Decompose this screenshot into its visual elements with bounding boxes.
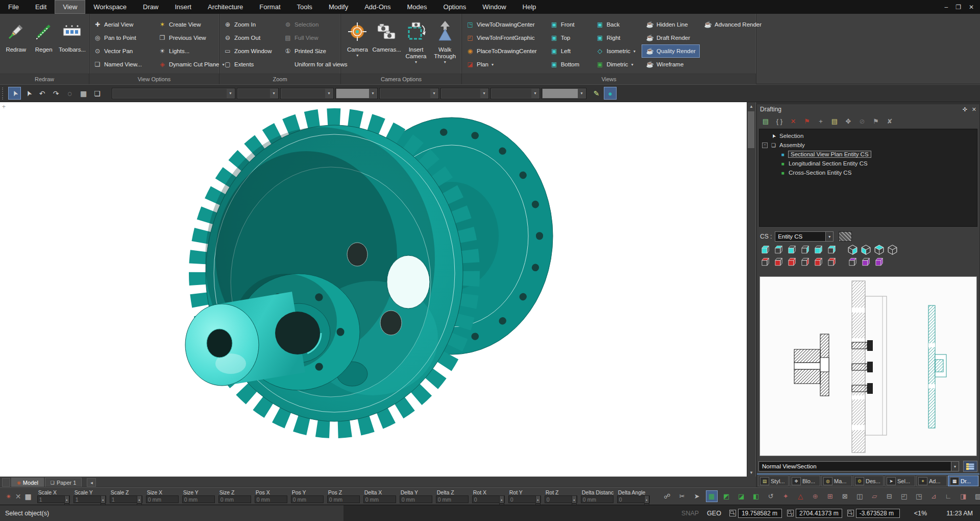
add-view-icon[interactable]: +: [816, 117, 825, 125]
ribbon-button[interactable]: Uniform for all views: [280, 58, 340, 71]
panel-tab[interactable]: ✦Ad...: [916, 476, 947, 486]
toolbars-button[interactable]: Toolbars...: [59, 17, 86, 53]
panel-tab[interactable]: ⚙Des...: [853, 476, 884, 486]
cs-cube-icon[interactable]: [860, 245, 871, 255]
property-input[interactable]: 0 mm ▴▾: [182, 495, 215, 503]
ribbon-button[interactable]: ⊕Zoom In: [219, 18, 280, 31]
property-input[interactable]: 0 mm ▴▾: [146, 495, 179, 503]
redo-button[interactable]: ↷: [50, 87, 62, 100]
cs-cube-icon[interactable]: [799, 245, 811, 255]
minimize-button[interactable]: –: [944, 4, 948, 11]
ribbon-button[interactable]: ⊙Vector Pan▾: [89, 44, 154, 58]
section-preview[interactable]: [760, 276, 977, 456]
toolbar-dropdown[interactable]: ▾: [335, 88, 378, 99]
view-settings-button[interactable]: [963, 461, 977, 472]
export-view-icon[interactable]: ⚑: [802, 117, 812, 125]
flags-icon[interactable]: ⚑: [871, 117, 880, 125]
pin-icon[interactable]: ✜: [963, 106, 967, 113]
toolbar-dropdown[interactable]: ▾: [440, 88, 489, 99]
triangle-tool-icon[interactable]: ⊿: [928, 490, 940, 502]
ribbon-button[interactable]: ✚Aerial View▾: [89, 18, 154, 31]
sheets-button[interactable]: ❏: [91, 87, 104, 100]
menu-item[interactable]: Insert: [166, 0, 200, 14]
measure-tool-icon[interactable]: ⊕: [810, 490, 821, 502]
menu-item[interactable]: Edit: [27, 0, 55, 14]
link-tool-icon[interactable]: ☍: [662, 490, 673, 502]
panel-tab[interactable]: ▦Dr...: [948, 476, 978, 486]
close-views-icon[interactable]: ✘: [885, 117, 894, 125]
ribbon-button[interactable]: ◪Plan▾: [462, 58, 546, 71]
region-move-tool-icon[interactable]: ◧: [750, 490, 762, 502]
region-tool-icon[interactable]: ▦: [706, 490, 718, 502]
menu-item[interactable]: Help: [514, 0, 545, 14]
corner-ne-tool-icon[interactable]: ◳: [913, 490, 925, 502]
insert-camera-button[interactable]: Insert Camera ▾: [403, 17, 430, 64]
close-icon[interactable]: ✕: [972, 106, 976, 113]
cs-dropdown[interactable]: Entity CS: [775, 231, 826, 242]
ribbon-button[interactable]: ▣Dimetric▾: [592, 58, 642, 71]
menu-item[interactable]: Workspace: [85, 0, 135, 14]
close-button[interactable]: ✕: [969, 4, 974, 11]
menu-item[interactable]: Modify: [321, 0, 356, 14]
node-select-button[interactable]: ➤: [22, 87, 35, 100]
chevron-down-icon[interactable]: ▾: [951, 461, 959, 471]
spark-tool-icon[interactable]: ✦: [780, 490, 792, 502]
property-input[interactable]: 0 ▴▾: [472, 495, 505, 503]
grid-table-button[interactable]: ▦: [77, 87, 90, 100]
pick-tool-icon[interactable]: ➤: [691, 490, 703, 502]
scroll-down-arrow[interactable]: ▼: [747, 468, 755, 477]
walk-through-button[interactable]: Walk Through ▾: [431, 17, 458, 64]
property-input[interactable]: 0 mm ▴▾: [400, 495, 432, 503]
refresh-views-icon[interactable]: ⊘: [857, 117, 867, 125]
hatch-tool-icon[interactable]: ▨: [972, 490, 980, 502]
collapse-tool-icon[interactable]: ⊟: [884, 490, 895, 502]
ribbon-button[interactable]: ❏Named View...▾: [89, 58, 154, 71]
ribbon-button[interactable]: ▤Full View: [280, 31, 340, 44]
new-view-icon[interactable]: ▤: [761, 117, 770, 125]
tree-item-assembly[interactable]: - ❏ Assembly: [760, 140, 977, 150]
spinner-control[interactable]: ▴▾: [535, 495, 541, 503]
spinner-control[interactable]: ▴▾: [572, 495, 577, 503]
property-input[interactable]: 1 ▴▾: [110, 495, 142, 503]
viewport-canvas[interactable]: +: [0, 102, 756, 477]
region-corner-tool-icon[interactable]: ◩: [721, 490, 732, 502]
selection-table-icon[interactable]: ▦: [24, 492, 31, 501]
ribbon-button[interactable]: ❐Previous View▾: [154, 31, 219, 44]
toolbar-dropdown[interactable]: ▾: [237, 88, 279, 99]
split-view-icon[interactable]: ◫: [854, 490, 866, 502]
cs-cube-icon[interactable]: [826, 257, 837, 267]
undo-button[interactable]: ↶: [36, 87, 48, 100]
ribbon-button[interactable]: ◳ViewToDrawingCenter▾: [462, 18, 546, 31]
panel-tab[interactable]: ◍Ma...: [821, 476, 852, 486]
menu-item[interactable]: Architecture: [200, 0, 251, 14]
menu-item[interactable]: File: [0, 0, 27, 14]
sheet-tabs-menu-button[interactable]: [2, 478, 10, 487]
undo-marker-icon[interactable]: ↺: [765, 490, 777, 502]
panel-tab[interactable]: ➤Sel...: [885, 476, 915, 486]
render-mode-button[interactable]: ☕Wireframe: [642, 58, 700, 71]
region-edge-tool-icon[interactable]: ◪: [736, 490, 747, 502]
new-sheet-view-icon[interactable]: ▤: [830, 117, 839, 125]
ribbon-button[interactable]: ☀Lights...▾: [154, 44, 219, 58]
hatch-toggle-button[interactable]: [839, 231, 852, 242]
menu-item[interactable]: Tools: [289, 0, 321, 14]
style-pencil-button[interactable]: ✎: [590, 87, 603, 100]
toolbar-dropdown[interactable]: ▾: [379, 88, 439, 99]
cs-cube-icon[interactable]: [826, 245, 837, 255]
cs-cube-icon[interactable]: [760, 257, 771, 267]
delete-view-icon[interactable]: ✕: [789, 117, 798, 125]
panel-tab[interactable]: ▤Styl...: [758, 476, 789, 486]
spinner-control[interactable]: ▴▾: [64, 495, 69, 503]
toolbar-dropdown[interactable]: ▾: [112, 88, 235, 99]
tree-item-selection[interactable]: ➤ Selection: [760, 131, 977, 140]
copy-view-icon[interactable]: { }: [775, 117, 784, 125]
sheet-tab[interactable]: ❏Paper 1: [45, 478, 82, 487]
select-button[interactable]: ➤: [8, 87, 21, 100]
property-input[interactable]: 0 mm ▴▾: [327, 495, 360, 503]
menu-item[interactable]: Draw: [135, 0, 166, 14]
redraw-button[interactable]: Redraw: [3, 17, 29, 53]
menu-item[interactable]: View: [55, 0, 85, 14]
angle-tool-icon[interactable]: △: [795, 490, 806, 502]
ribbon-button[interactable]: ▣Top: [546, 31, 592, 44]
menu-item[interactable]: Options: [435, 0, 475, 14]
